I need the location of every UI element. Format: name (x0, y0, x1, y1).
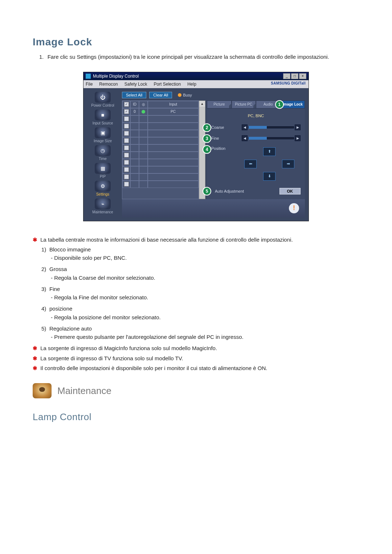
maintenance-heading: Maintenance (57, 385, 111, 397)
ok-button[interactable]: OK (279, 188, 301, 194)
tab-picture[interactable]: Picture (207, 100, 232, 108)
auto-adjust-label: Auto Adjustment (215, 189, 244, 193)
star-icon: ✱ (33, 355, 39, 361)
grid-row-empty (122, 144, 199, 152)
callout-2: 2 (203, 123, 211, 132)
slider-left-icon[interactable]: ◀ (242, 135, 248, 141)
close-button[interactable]: × (299, 73, 306, 79)
row-checkbox[interactable] (124, 160, 129, 165)
pos-up-button[interactable]: ⬆ (263, 147, 275, 156)
header-checkbox[interactable]: ✓ (124, 102, 129, 107)
row-checkbox[interactable] (124, 138, 129, 143)
position-label: Position (211, 146, 240, 151)
maximize-button[interactable]: □ (291, 73, 298, 79)
row-checkbox[interactable] (124, 124, 129, 128)
image-size-icon: ▣ (95, 127, 111, 138)
menu-help[interactable]: Help (187, 82, 196, 87)
row-input: PC (148, 108, 199, 115)
clear-all-button[interactable]: Clear All (149, 92, 172, 98)
menu-file[interactable]: File (86, 82, 93, 87)
list-item: 1)Blocco immagine - Disponibile solo per… (41, 245, 359, 262)
sidebar-item-label: Time (99, 157, 107, 161)
row-checkbox[interactable] (124, 131, 129, 136)
select-all-button[interactable]: Select All (122, 92, 146, 98)
list-item: 4)posizione - Regola la posizione del mo… (41, 304, 359, 321)
sidebar-item-settings[interactable]: ⚙ Settings (87, 181, 119, 196)
intro-line: 1. Fare clic su Settings (impostazioni) … (33, 53, 359, 61)
row-id: 0 (130, 108, 139, 115)
grid-row-empty (122, 115, 199, 123)
menu-safety-lock[interactable]: Safety Lock (124, 82, 147, 87)
callout-1: 1 (275, 100, 284, 109)
panel-subtitle: PC, BNC (211, 114, 301, 118)
fine-label: Fine (211, 136, 240, 140)
pos-left-button[interactable]: ⬅ (244, 160, 257, 168)
tab-image-lock[interactable]: Image Lock 1 (281, 100, 305, 108)
pos-down-button[interactable]: ⬇ (263, 172, 275, 181)
grid-row-empty (122, 123, 199, 130)
sidebar-item-label: Maintenance (92, 210, 113, 214)
sidebar-item-label: Settings (96, 192, 109, 196)
row-checkbox[interactable] (124, 153, 129, 157)
input-icon: ■ (95, 110, 111, 120)
grid-row-empty (122, 181, 199, 188)
maintenance-heading-icon (33, 383, 52, 398)
fine-slider[interactable]: ◀ ▶ (242, 135, 301, 141)
callout-4: 4 (203, 145, 211, 154)
slider-track[interactable] (248, 126, 294, 128)
header-id: ID (130, 101, 139, 108)
slider-right-icon[interactable]: ▶ (295, 135, 301, 141)
pos-right-button[interactable]: ➡ (282, 160, 294, 168)
footer-bar: ! (122, 199, 305, 217)
grid-row-empty (122, 137, 199, 144)
settings-panel: Picture Picture PC Audio Image Lock 1 PC… (207, 100, 305, 199)
row-checkbox[interactable]: ✓ (124, 109, 129, 114)
busy-indicator: Busy (178, 93, 192, 97)
row-checkbox[interactable] (124, 145, 129, 150)
grid-row-empty (122, 152, 199, 159)
power-icon: ⏻ (95, 92, 111, 103)
coarse-label: Coarse (211, 125, 240, 130)
notes-block: ✱ La tabella centrale mostra le informaz… (33, 235, 359, 373)
sidebar: ⏻ Power Control ■ Input Source ▣ Image S… (83, 88, 122, 221)
scroll-up-icon[interactable]: ▲ (199, 101, 205, 107)
sidebar-item-label: Image Size (94, 139, 112, 143)
row-checkbox[interactable] (124, 167, 129, 172)
intro-number: 1. (39, 54, 46, 60)
sidebar-item-power[interactable]: ⏻ Power Control (87, 92, 119, 107)
slider-track[interactable] (248, 137, 294, 139)
grid-row[interactable]: ✓ 0 PC (122, 108, 199, 115)
coarse-slider[interactable]: ◀ ▶ (242, 124, 301, 130)
tab-picture-pc[interactable]: Picture PC (232, 100, 256, 108)
row-checkbox[interactable] (124, 116, 129, 121)
star-note: La sorgente di ingresso di TV funziona s… (40, 355, 183, 361)
sidebar-item-maintenance[interactable]: ⌁ Maintenance (87, 198, 119, 214)
row-checkbox[interactable] (124, 175, 129, 179)
minimize-button[interactable]: _ (283, 73, 290, 79)
list-item: 5)Regolazione auto - Premere questo puls… (41, 324, 359, 341)
sidebar-item-label: PIP (100, 175, 106, 178)
pip-icon: ▦ (95, 163, 111, 174)
sidebar-item-time[interactable]: ◷ Time (87, 145, 119, 161)
menu-bar: File Remocon Safety Lock Port Selection … (83, 80, 309, 88)
gear-icon: ⚙ (95, 181, 111, 192)
star-icon: ✱ (33, 237, 39, 243)
time-icon: ◷ (95, 145, 111, 156)
window-title: Multiple Display Control (93, 74, 139, 79)
sidebar-item-label: Input Source (93, 121, 113, 125)
sidebar-item-pip[interactable]: ▦ PIP (87, 163, 119, 178)
grid-row-empty (122, 159, 199, 166)
menu-remocon[interactable]: Remocon (99, 82, 118, 87)
row-checkbox[interactable] (124, 182, 129, 186)
sidebar-item-input[interactable]: ■ Input Source (87, 110, 119, 125)
maintenance-heading-row: Maintenance (33, 383, 359, 398)
grid-row-empty (122, 130, 199, 137)
menu-port-selection[interactable]: Port Selection (154, 82, 181, 87)
busy-label: Busy (183, 93, 192, 97)
numbered-list: 1)Blocco immagine - Disponibile solo per… (33, 245, 359, 341)
slider-right-icon[interactable]: ▶ (295, 124, 301, 130)
status-dot-icon (142, 110, 145, 114)
app-icon (86, 74, 91, 79)
slider-left-icon[interactable]: ◀ (242, 124, 248, 130)
sidebar-item-image-size[interactable]: ▣ Image Size (87, 127, 119, 143)
